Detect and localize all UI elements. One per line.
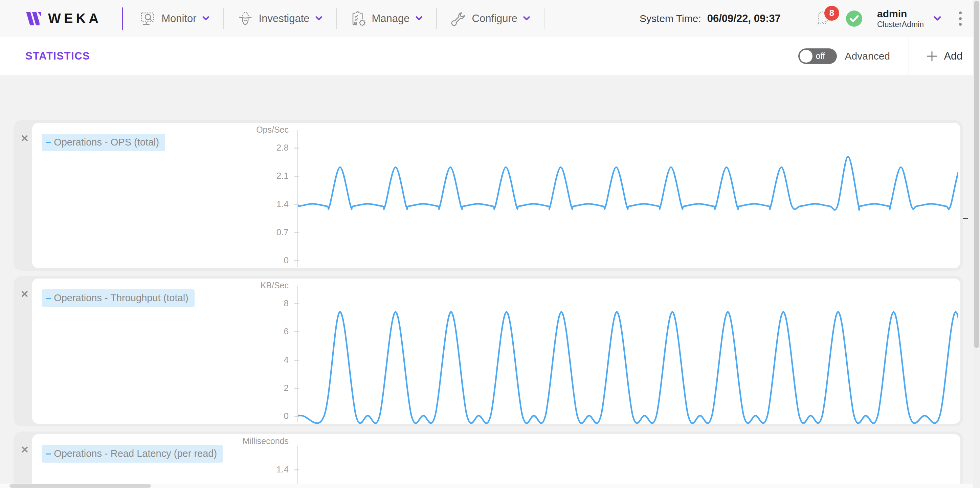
- weka-logo-icon: [24, 10, 42, 28]
- horizontal-scrollbar-thumb[interactable]: [10, 484, 151, 488]
- plus-icon: [926, 51, 938, 62]
- nav-divider: [544, 8, 544, 29]
- monitor-search-icon: [140, 11, 156, 26]
- chart-card: – Operations - Throughput (total) KB/Sec…: [32, 278, 960, 424]
- vertical-scrollbar[interactable]: [973, 0, 980, 488]
- nav-label-monitor: Monitor: [161, 13, 196, 25]
- chart-line-svg: [298, 123, 958, 268]
- chart-card: – Operations - OPS (total) Ops/Sec 2.82.…: [32, 123, 960, 268]
- more-options-menu-icon[interactable]: [959, 11, 962, 26]
- page-title: STATISTICS: [25, 50, 90, 62]
- y-tick-label: 0: [32, 411, 289, 421]
- chevron-down-icon: [315, 16, 323, 21]
- y-tick-label: 2.1: [32, 170, 289, 181]
- y-tick-label: 4: [32, 354, 289, 365]
- nav-divider: [436, 8, 437, 29]
- chart-line-svg: [298, 278, 958, 424]
- advanced-toggle[interactable]: off: [798, 48, 837, 64]
- user-name: admin: [877, 8, 924, 20]
- nav-item-investigate[interactable]: Investigate: [237, 11, 323, 27]
- statistics-content: Range: 09 06/09/22 08:37 ❯ 09 06/09/22 0…: [0, 120, 980, 488]
- chevron-down-icon[interactable]: [933, 16, 942, 21]
- close-panel-button[interactable]: ✕: [19, 132, 31, 145]
- title-bar: STATISTICS off Advanced Add: [0, 37, 980, 75]
- add-button-label: Add: [944, 50, 963, 62]
- series-legend-chip[interactable]: – Operations - Read Latency (per read): [41, 445, 223, 463]
- horizontal-scrollbar[interactable]: [0, 483, 973, 488]
- chart-panel-ops: ✕ – Operations - OPS (total) Ops/Sec 2.8…: [14, 120, 963, 271]
- user-role: ClusterAdmin: [877, 20, 924, 29]
- y-tick-label: 1.4: [32, 464, 289, 475]
- nav-item-manage[interactable]: Manage: [350, 11, 423, 27]
- y-axis-line: [297, 446, 298, 488]
- y-tick-label: 6: [32, 326, 289, 337]
- chart-panel-read-latency: ✕ – Operations - Read Latency (per read)…: [14, 431, 963, 488]
- clipboard-gear-icon: [350, 11, 366, 27]
- y-tick-label: 2: [32, 383, 289, 393]
- detective-icon: [237, 11, 253, 27]
- y-tick-label: 1.4: [32, 199, 289, 210]
- system-time-label: System Time:: [640, 13, 701, 24]
- nav-item-configure[interactable]: Configure: [450, 11, 530, 27]
- y-axis-unit: KB/Sec: [32, 281, 289, 290]
- brand-name: WEKA: [48, 11, 102, 26]
- system-time-value: 06/09/22, 09:37: [707, 13, 781, 25]
- close-panel-button[interactable]: ✕: [19, 288, 31, 300]
- close-panel-button[interactable]: ✕: [19, 443, 31, 456]
- y-tick-mark: [294, 469, 299, 471]
- series-color-dash: –: [46, 448, 51, 459]
- chevron-down-icon: [523, 16, 530, 21]
- nav-label-manage: Manage: [372, 13, 410, 25]
- title-bar-actions: off Advanced Add: [798, 37, 980, 75]
- wrench-icon: [450, 11, 467, 27]
- y-tick-label: 0.7: [32, 227, 289, 238]
- vertical-scrollbar-thumb[interactable]: [974, 1, 979, 348]
- nav-label-investigate: Investigate: [259, 13, 310, 25]
- weka-logo[interactable]: WEKA: [24, 10, 102, 28]
- nav-divider: [223, 8, 224, 29]
- nav-right: System Time: 06/09/22, 09:37 8 admin Clu…: [640, 8, 966, 29]
- toggle-knob: [800, 50, 813, 63]
- top-nav: WEKA Monitor Investigate: [0, 0, 980, 37]
- y-tick-label: 2.8: [32, 143, 289, 153]
- y-tick-label: 8: [32, 298, 289, 308]
- advanced-toggle-group: off Advanced: [798, 48, 908, 64]
- chevron-down-icon: [415, 16, 423, 21]
- series-title: Operations - Read Latency (per read): [54, 448, 217, 459]
- nav-divider: [336, 8, 337, 29]
- chart-panel-throughput: ✕ – Operations - Throughput (total) KB/S…: [14, 276, 963, 426]
- notifications-bell[interactable]: 8: [813, 8, 834, 29]
- advanced-label: Advanced: [845, 51, 890, 62]
- chart-card: – Operations - Read Latency (per read) M…: [32, 434, 960, 488]
- add-button[interactable]: Add: [909, 37, 980, 75]
- chevron-down-icon: [202, 16, 210, 21]
- y-axis-unit: Milliseconds: [32, 436, 289, 446]
- y-tick-label: 0: [32, 255, 289, 265]
- toggle-state-label: off: [816, 51, 825, 61]
- user-menu[interactable]: admin ClusterAdmin: [877, 8, 924, 29]
- y-axis-unit: Ops/Sec: [32, 125, 289, 135]
- nav-label-configure: Configure: [472, 13, 517, 25]
- health-status-icon[interactable]: [845, 10, 863, 27]
- brand-divider: [122, 8, 123, 30]
- nav-item-monitor[interactable]: Monitor: [140, 11, 209, 26]
- notification-count-badge[interactable]: 8: [824, 6, 839, 21]
